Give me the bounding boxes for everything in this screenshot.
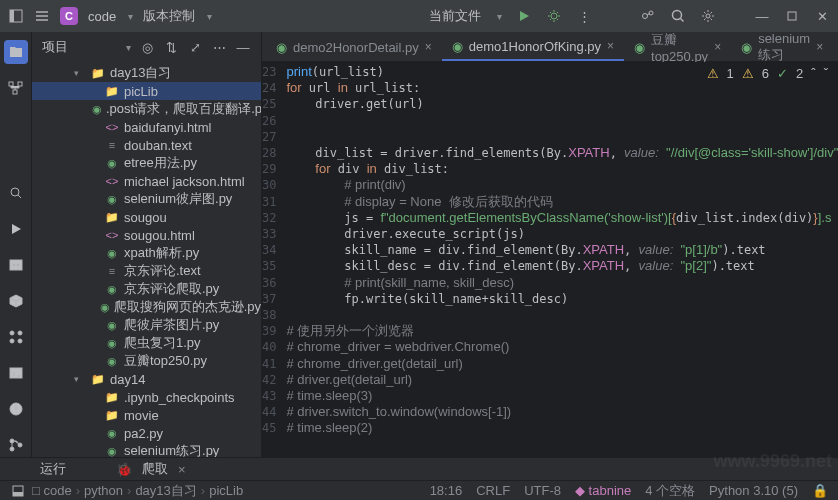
svg-rect-7 [788,12,796,20]
vcs-tool[interactable] [4,433,28,457]
close-icon[interactable]: × [607,39,614,53]
share-icon[interactable] [640,8,656,24]
tree-item[interactable]: ▾📁day13自习 [32,64,261,82]
project-sidebar: 项目 ▾ ◎ ⇅ ⤢ ⋯ — ▾📁day13自习📁picLib◉.post请求，… [32,32,262,457]
tabnine-status[interactable]: ◆ tabnine [575,483,631,498]
prev-highlight[interactable]: ˆ [811,66,815,81]
run-tool-window: 运行 🐞 爬取 × [0,457,838,480]
tree-item[interactable]: <>sougou.html [32,226,261,244]
close-icon[interactable]: × [178,462,186,477]
more-icon[interactable]: ⋮ [576,8,592,24]
locate-icon[interactable]: ◎ [139,39,155,55]
encoding[interactable]: UTF-8 [524,483,561,498]
next-highlight[interactable]: ˇ [824,66,828,81]
tree-item[interactable]: <>baidufanyi.html [32,118,261,136]
tree-item[interactable]: ◉爬彼岸茶图片.py [32,316,261,334]
svg-rect-25 [13,492,23,496]
minimize-icon[interactable]: — [754,8,770,24]
panel-toggle-icon[interactable] [8,8,24,24]
packages-tool[interactable] [4,289,28,313]
svg-point-15 [10,331,14,335]
tree-item[interactable]: ◉xpath解析.py [32,244,261,262]
tree-item[interactable]: ◉selenium练习.py [32,442,261,457]
tree-item[interactable]: ◉.post请求，爬取百度翻译.py [32,100,261,118]
crumb-segment[interactable]: picLib [209,483,243,498]
close-icon[interactable]: × [714,40,721,54]
hamburger-icon[interactable] [34,8,50,24]
svg-point-22 [10,447,14,451]
run-icon[interactable] [516,8,532,24]
line-gutter: 23 24 25 26 27 28 29 30 31 32 33 34 35 3… [262,62,286,457]
structure-tool[interactable] [4,76,28,100]
services-tool[interactable] [4,325,28,349]
vcs-menu[interactable]: 版本控制 [143,7,195,25]
close-icon[interactable]: × [816,40,823,54]
terminal-tool[interactable] [4,361,28,385]
tree-item[interactable]: 📁movie [32,406,261,424]
editor-tab[interactable]: ◉豆瓣top250.py× [624,33,731,61]
more-icon[interactable]: ⋯ [211,39,227,55]
tree-item[interactable]: ◉selenium彼岸图.py [32,190,261,208]
tree-item[interactable]: ▾📁day14 [32,370,261,388]
run-label[interactable]: 运行 [40,460,66,478]
tree-item[interactable]: 📁picLib [32,82,261,100]
close-icon[interactable]: × [425,40,432,54]
restore-icon[interactable] [784,8,800,24]
crumb-segment[interactable]: □ code [32,483,72,498]
code-editor[interactable]: 23 24 25 26 27 28 29 30 31 32 33 34 35 3… [262,62,838,457]
search-icon[interactable] [670,8,686,24]
tree-item[interactable]: ◉豆瓣top250.py [32,352,261,370]
svg-point-21 [10,439,14,443]
collapse-icon[interactable]: ⤢ [187,39,203,55]
expand-icon[interactable]: ⇅ [163,39,179,55]
svg-point-6 [706,14,710,18]
tree-item[interactable]: 📁sougou [32,208,261,226]
search-tool[interactable] [4,181,28,205]
tree-item[interactable]: ◉爬取搜狗网页的杰克逊.py [32,298,261,316]
project-badge: C [60,7,78,25]
interpreter[interactable]: Python 3.10 (5) [709,483,798,498]
run-tab[interactable]: 爬取 [142,460,168,478]
editor-tab[interactable]: ◉demo1HonorOfKing.py× [442,33,624,61]
editor-tab[interactable]: ◉demo2HonorDetail.py× [266,33,442,61]
crumb-segment[interactable]: day13自习 [135,482,196,500]
chevron-down-icon[interactable]: ▾ [833,45,838,61]
tree-item[interactable]: ≡douban.text [32,136,261,154]
weak-warning-icon: ⚠ [742,66,754,81]
run-config[interactable]: 当前文件 [429,7,481,25]
panel-icon[interactable] [10,483,26,499]
file-tree[interactable]: ▾📁day13自习📁picLib◉.post请求，爬取百度翻译.py<>baid… [32,62,261,457]
indent[interactable]: 4 个空格 [645,482,695,500]
cursor-position[interactable]: 18:16 [430,483,463,498]
debug-icon[interactable] [546,8,562,24]
inspection-widget[interactable]: ⚠1 ⚠6 ✓2 ˆ ˇ [707,66,828,81]
svg-rect-8 [9,82,13,86]
tree-item[interactable]: ◉京东评论爬取.py [32,280,261,298]
crumb-segment[interactable]: python [84,483,123,498]
bug-icon: 🐞 [116,462,132,477]
tree-item[interactable]: ◉pa2.py [32,424,261,442]
hide-icon[interactable]: — [235,39,251,55]
tree-item[interactable]: 📁.ipynb_checkpoints [32,388,261,406]
breadcrumb[interactable]: □ code›python›day13自习›picLib [32,482,430,500]
close-icon[interactable]: ✕ [814,8,830,24]
svg-point-4 [649,11,653,15]
svg-point-17 [10,339,14,343]
lock-icon[interactable]: 🔒 [812,483,828,499]
tree-item[interactable]: <>michael jackson.html [32,172,261,190]
tree-item[interactable]: ◉etree用法.py [32,154,261,172]
editor-tab[interactable]: ◉selenium练习× [731,33,833,61]
run-tool[interactable] [4,217,28,241]
line-sep[interactable]: CRLF [476,483,510,498]
problems-tool[interactable] [4,397,28,421]
tree-item[interactable]: ≡京东评论.text [32,262,261,280]
project-tool[interactable] [4,40,28,64]
gear-icon[interactable] [700,8,716,24]
code-content[interactable]: print(url_list) for url in url_list: dri… [286,62,838,457]
tree-item[interactable]: ◉爬虫复习1.py [32,334,261,352]
svg-rect-19 [10,368,22,378]
svg-point-3 [643,14,648,19]
project-name[interactable]: code [88,9,116,24]
python-console[interactable] [4,253,28,277]
chevron-down-icon[interactable]: ▾ [126,42,131,53]
